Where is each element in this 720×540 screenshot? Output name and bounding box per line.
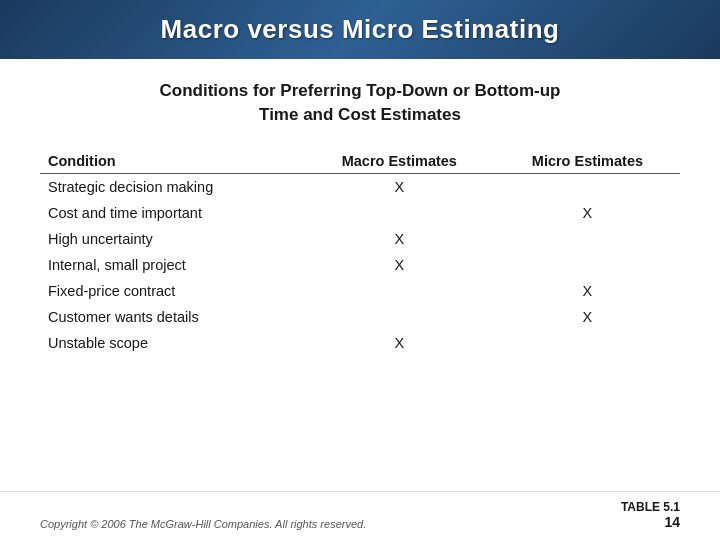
- estimates-table: Condition Macro Estimates Micro Estimate…: [40, 149, 680, 356]
- cell-condition: High uncertainty: [40, 226, 304, 252]
- cell-macro: X: [304, 330, 495, 356]
- table-row: Fixed-price contractX: [40, 278, 680, 304]
- slide-footer: Copyright © 2006 The McGraw-Hill Compani…: [0, 491, 720, 540]
- slide-title: Macro versus Micro Estimating: [161, 14, 560, 45]
- slide-content: Conditions for Preferring Top-Down or Bo…: [0, 59, 720, 487]
- cell-condition: Internal, small project: [40, 252, 304, 278]
- col-macro: Macro Estimates: [304, 149, 495, 174]
- cell-micro: [495, 252, 680, 278]
- subtitle-line2: Time and Cost Estimates: [259, 105, 461, 124]
- table-row: Strategic decision makingX: [40, 173, 680, 200]
- cell-micro: X: [495, 278, 680, 304]
- table-row: High uncertaintyX: [40, 226, 680, 252]
- cell-micro: [495, 330, 680, 356]
- cell-condition: Strategic decision making: [40, 173, 304, 200]
- table-container: Condition Macro Estimates Micro Estimate…: [40, 149, 680, 477]
- cell-macro: X: [304, 173, 495, 200]
- cell-micro: X: [495, 200, 680, 226]
- cell-macro: X: [304, 252, 495, 278]
- cell-micro: [495, 173, 680, 200]
- cell-macro: [304, 304, 495, 330]
- cell-macro: X: [304, 226, 495, 252]
- slide-header: Macro versus Micro Estimating: [0, 0, 720, 59]
- cell-condition: Fixed-price contract: [40, 278, 304, 304]
- col-micro: Micro Estimates: [495, 149, 680, 174]
- table-row: Internal, small projectX: [40, 252, 680, 278]
- table-info: TABLE 5.1 14: [621, 500, 680, 530]
- subtitle-line1: Conditions for Preferring Top-Down or Bo…: [159, 81, 560, 100]
- page-number: 14: [621, 514, 680, 530]
- table-row: Customer wants detailsX: [40, 304, 680, 330]
- cell-condition: Unstable scope: [40, 330, 304, 356]
- col-condition: Condition: [40, 149, 304, 174]
- slide: Macro versus Micro Estimating Conditions…: [0, 0, 720, 540]
- cell-condition: Cost and time important: [40, 200, 304, 226]
- cell-condition: Customer wants details: [40, 304, 304, 330]
- cell-micro: X: [495, 304, 680, 330]
- cell-macro: [304, 278, 495, 304]
- table-row: Unstable scopeX: [40, 330, 680, 356]
- cell-macro: [304, 200, 495, 226]
- table-row: Cost and time importantX: [40, 200, 680, 226]
- table-label: TABLE 5.1: [621, 500, 680, 514]
- cell-micro: [495, 226, 680, 252]
- slide-subtitle: Conditions for Preferring Top-Down or Bo…: [40, 79, 680, 127]
- copyright-text: Copyright © 2006 The McGraw-Hill Compani…: [40, 518, 366, 530]
- table-header-row: Condition Macro Estimates Micro Estimate…: [40, 149, 680, 174]
